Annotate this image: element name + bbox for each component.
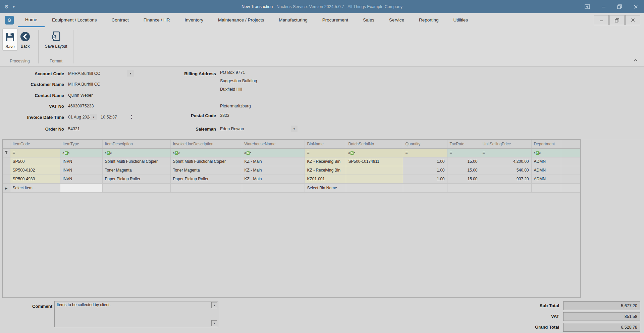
billing-address-line[interactable]: PO Box 9771 <box>220 70 257 79</box>
filter-cell-BinName[interactable]: = <box>305 148 346 157</box>
cell-WarehouseName[interactable]: KZ - Main <box>242 157 305 166</box>
filter-cell-WarehouseName[interactable]: aBc <box>242 148 305 157</box>
titlebar-minimize-icon[interactable] <box>600 3 607 10</box>
cell-Quantity[interactable]: 1.00 <box>403 175 447 183</box>
cell-BinName[interactable]: KZ - Receiving Bin <box>305 157 346 166</box>
column-header-Quantity[interactable]: Quantity <box>403 140 447 148</box>
cell-ItemDescription[interactable]: Sprint Multi Functional Copier <box>102 157 170 166</box>
save-layout-button[interactable]: Save Layout <box>43 29 69 50</box>
new-cell-ItemDescription[interactable] <box>102 183 170 192</box>
ribbon-tab-home[interactable]: Home <box>18 13 45 27</box>
cell-BatchSerialNo[interactable] <box>346 166 403 175</box>
child-close-button[interactable] <box>625 15 640 25</box>
row-indicator[interactable] <box>3 166 10 175</box>
titlebar-close-icon[interactable] <box>632 3 639 10</box>
cell-UnitSellingPrice[interactable]: 4,200.00 <box>480 157 531 166</box>
cell-ItemCode[interactable]: SP500-4933 <box>10 175 60 183</box>
ribbon-tab-equipment-locations[interactable]: Equipment / Locations <box>45 13 104 27</box>
filter-cell-TaxRate[interactable]: = <box>447 148 480 157</box>
new-cell-InvoiceLineDescription[interactable] <box>170 183 242 192</box>
new-cell-Quantity[interactable] <box>403 183 447 192</box>
ribbon-tab-service[interactable]: Service <box>382 13 412 27</box>
cell-ItemType[interactable]: INVN <box>60 175 102 183</box>
ribbon-tab-manufacturing[interactable]: Manufacturing <box>271 13 315 27</box>
billing-address-line[interactable]: Suggestion Building <box>220 79 257 87</box>
app-menu-button[interactable]: ⚙ <box>5 16 14 25</box>
cell-UnitSellingPrice[interactable]: 937.20 <box>480 175 531 183</box>
child-minimize-button[interactable] <box>594 15 609 25</box>
titlebar-restore-icon[interactable] <box>616 3 623 10</box>
billing-address-line[interactable] <box>220 95 257 104</box>
new-cell-TaxRate[interactable] <box>447 183 480 192</box>
billing-address-line[interactable]: Duxfield Hill <box>220 87 257 95</box>
filter-cell-BatchSerialNo[interactable]: aBc <box>346 148 403 157</box>
quick-access-gear-icon[interactable]: ⚙ <box>4 4 9 10</box>
cell-Quantity[interactable]: 1.00 <box>403 157 447 166</box>
new-cell-ItemType[interactable] <box>60 183 102 192</box>
new-cell-UnitSellingPrice[interactable] <box>480 183 531 192</box>
column-header-BatchSerialNo[interactable]: BatchSerialNo <box>346 140 403 148</box>
filter-cell-ItemCode[interactable]: = <box>10 148 60 157</box>
child-restore-button[interactable] <box>609 15 625 25</box>
cell-ItemType[interactable]: INVN <box>60 166 102 175</box>
filter-cell-InvoiceLineDescription[interactable]: aBc <box>170 148 242 157</box>
comment-scroll-up-icon[interactable]: ▲ <box>211 302 217 308</box>
cell-Quantity[interactable]: 1.00 <box>403 166 447 175</box>
cell-Department[interactable]: ADMN <box>531 157 561 166</box>
cell-InvoiceLineDescription[interactable]: Paper Pickup Roller <box>170 175 242 183</box>
column-header-ItemDescription[interactable]: ItemDescription <box>102 140 170 148</box>
cell-WarehouseName[interactable]: KZ - Main <box>242 166 305 175</box>
save-button[interactable]: Save <box>2 29 18 51</box>
cell-Department[interactable]: ADMN <box>531 175 561 183</box>
ribbon-tab-sales[interactable]: Sales <box>356 13 382 27</box>
cell-BatchSerialNo[interactable] <box>346 175 403 183</box>
new-cell-BinName[interactable]: Select Bin Name... <box>305 183 346 192</box>
filter-cell-Department[interactable]: aBc <box>531 148 561 157</box>
filter-cell-ItemDescription[interactable]: aBc <box>102 148 170 157</box>
filter-funnel-icon[interactable] <box>3 148 10 157</box>
ribbon-tab-maintenance-projects[interactable]: Maintenance / Projects <box>211 13 271 27</box>
cell-ItemType[interactable]: INVN <box>60 157 102 166</box>
cell-TaxRate[interactable]: 15.00 <box>447 157 480 166</box>
cell-BatchSerialNo[interactable]: SP500-10174911 <box>346 157 403 166</box>
row-indicator[interactable] <box>3 157 10 166</box>
column-header-ItemCode[interactable]: ItemCode <box>10 140 60 148</box>
billing-address-lines[interactable]: PO Box 9771Suggestion BuildingDuxfield H… <box>220 70 257 112</box>
salesman-value[interactable]: Eden Rowan <box>220 127 244 131</box>
cell-ItemCode[interactable]: SP500-0102 <box>10 166 60 175</box>
cell-TaxRate[interactable]: 15.00 <box>447 166 480 175</box>
restore-up-icon[interactable] <box>584 3 591 10</box>
column-header-WarehouseName[interactable]: WarehouseName <box>242 140 305 148</box>
cell-WarehouseName[interactable]: KZ - Main <box>242 175 305 183</box>
back-button[interactable]: Back <box>18 29 33 50</box>
column-header-Department[interactable]: Department <box>531 140 561 148</box>
comment-input[interactable]: Items to be collected by client. ▲ ▼ <box>54 301 218 327</box>
ribbon-tab-inventory[interactable]: Inventory <box>177 13 211 27</box>
ribbon-tab-procurement[interactable]: Procurement <box>315 13 356 27</box>
customer-name-value[interactable]: MHRA Burhill CC <box>68 82 100 87</box>
filter-cell-ItemType[interactable]: aBc <box>60 148 102 157</box>
row-indicator[interactable] <box>3 175 10 183</box>
cell-InvoiceLineDescription[interactable]: Toner Magenta <box>170 166 242 175</box>
column-header-InvoiceLineDescription[interactable]: InvoiceLineDescription <box>170 140 242 148</box>
cell-Department[interactable]: ADMN <box>531 166 561 175</box>
new-cell-BatchSerialNo[interactable] <box>346 183 403 192</box>
new-cell-ItemCode[interactable]: Select item... <box>10 183 60 192</box>
contact-name-value[interactable]: Quinn Weber <box>68 93 93 98</box>
cell-BinName[interactable]: KZ - Receiving Bin <box>305 166 346 175</box>
postal-code-value[interactable]: 3823 <box>220 113 229 118</box>
ribbon-tab-utilities[interactable]: Utilities <box>446 13 475 27</box>
column-header-UnitSellingPrice[interactable]: UnitSellingPrice <box>480 140 531 148</box>
cell-InvoiceLineDescription[interactable]: Sprint Multi Functional Copier <box>170 157 242 166</box>
billing-address-line[interactable]: Pietermaritzburg <box>220 104 257 112</box>
cell-UnitSellingPrice[interactable]: 540.00 <box>480 166 531 175</box>
salesman-dropdown-icon[interactable]: ▾ <box>291 126 298 132</box>
column-header-BinName[interactable]: BinName <box>305 140 346 148</box>
cell-BinName[interactable]: KZ01-001 <box>305 175 346 183</box>
cell-ItemDescription[interactable]: Toner Magenta <box>102 166 170 175</box>
cell-TaxRate[interactable]: 15.00 <box>447 175 480 183</box>
column-header-TaxRate[interactable]: TaxRate <box>447 140 480 148</box>
column-header-ItemType[interactable]: ItemType <box>60 140 102 148</box>
ribbon-tab-finance-hr[interactable]: Finance / HR <box>136 13 177 27</box>
ribbon-tab-reporting[interactable]: Reporting <box>412 13 446 27</box>
